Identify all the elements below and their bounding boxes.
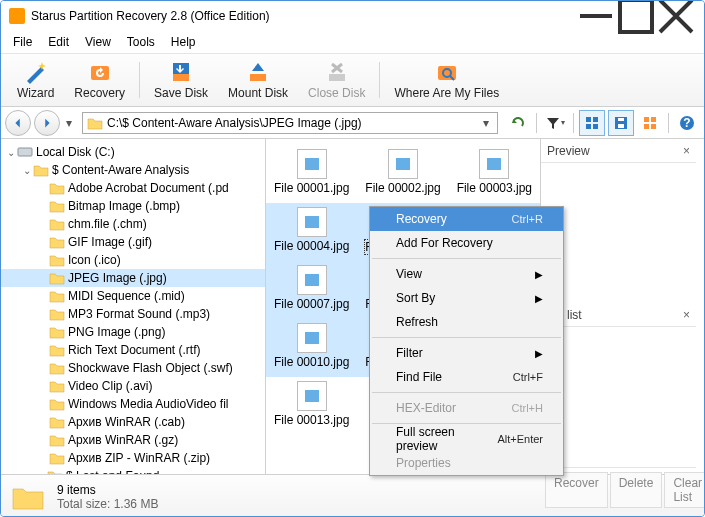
file-name: File 00010.jpg [274,355,349,369]
save-button[interactable] [608,110,634,136]
folder-icon [49,379,65,393]
folder-icon [49,397,65,411]
file-item[interactable]: File 00003.jpg [449,145,540,203]
file-item[interactable]: File 00013.jpg [266,377,357,435]
file-name: File 00001.jpg [274,181,349,195]
help-button[interactable]: ? [674,110,700,136]
delete-button[interactable]: Delete [610,472,663,508]
menu-tools[interactable]: Tools [119,33,163,51]
mount-disk-button[interactable]: Mount Disk [218,58,298,102]
folder-tree[interactable]: ⌄ Local Disk (C:) ⌄ $ Content-Aware Anal… [1,139,266,474]
close-button[interactable] [656,1,696,31]
tree-analysis[interactable]: ⌄ $ Content-Aware Analysis [1,161,265,179]
file-name: File 00003.jpg [457,181,532,195]
path-box[interactable]: C:\$ Content-Aware Analysis\JPEG Image (… [82,112,498,134]
tree-item[interactable]: Bitmap Image (.bmp) [1,197,265,215]
file-item[interactable]: File 00004.jpg [266,203,357,261]
tree-item[interactable]: Архив WinRAR (.cab) [1,413,265,431]
svg-rect-0 [620,0,652,32]
nav-history-dropdown[interactable]: ▾ [63,116,75,130]
recovery-list-header[interactable]: ery list × [541,303,696,327]
menu-edit[interactable]: Edit [40,33,77,51]
svg-rect-2 [173,74,189,81]
collapse-icon[interactable]: ⌄ [21,165,33,176]
tree-item[interactable]: Video Clip (.avi) [1,377,265,395]
preview-close-icon[interactable]: × [683,144,690,158]
svg-rect-17 [644,124,649,129]
tree-item[interactable]: JPEG Image (.jpg) [1,269,265,287]
menu-help[interactable]: Help [163,33,204,51]
tree-item[interactable]: Архив ZIP - WinRAR (.zip) [1,449,265,467]
ctx-view[interactable]: View ▶ [370,262,563,286]
recovery-icon [88,60,112,84]
tree-item[interactable]: MIDI Sequence (.mid) [1,287,265,305]
file-item[interactable]: File 00010.jpg [266,319,357,377]
folder-icon [11,483,45,511]
tree-item-label: Bitmap Image (.bmp) [68,199,180,213]
tree-item[interactable]: Rich Text Document (.rtf) [1,341,265,359]
ctx-filter[interactable]: Filter ▶ [370,341,563,365]
tree-item[interactable]: Adobe Acrobat Document (.pd [1,179,265,197]
ctx-add-recovery[interactable]: Add For Recovery [370,231,563,255]
preview-header[interactable]: Preview × [541,139,696,163]
ctx-recovery[interactable]: Recovery Ctrl+R [370,207,563,231]
tree-item[interactable]: PNG Image (.png) [1,323,265,341]
where-files-icon [435,60,459,84]
save-disk-icon [169,60,193,84]
minimize-button[interactable] [576,1,616,31]
tree-item[interactable]: Архив WinRAR (.gz) [1,431,265,449]
tree-item-label: PNG Image (.png) [68,325,165,339]
tree-item[interactable]: GIF Image (.gif) [1,233,265,251]
tree-item[interactable]: MP3 Format Sound (.mp3) [1,305,265,323]
clear-list-button[interactable]: Clear List [664,472,705,508]
ctx-properties: Properties [370,451,563,475]
filter-button[interactable]: ▾ [542,110,568,136]
expand-icon[interactable]: › [35,471,47,475]
tree-item[interactable]: chm.file (.chm) [1,215,265,233]
menu-view[interactable]: View [77,33,119,51]
folder-icon [49,433,65,447]
file-item[interactable]: File 00001.jpg [266,145,357,203]
maximize-button[interactable] [616,1,656,31]
ctx-sort-by[interactable]: Sort By ▶ [370,286,563,310]
ctx-find-file[interactable]: Find File Ctrl+F [370,365,563,389]
save-disk-button[interactable]: Save Disk [144,58,218,102]
collapse-icon[interactable]: ⌄ [5,147,17,158]
tree-item[interactable]: Windows Media AudioVideo fil [1,395,265,413]
tree-item[interactable]: ›$ Lost and Found [1,467,265,474]
menu-file[interactable]: File [5,33,40,51]
nav-back-button[interactable] [5,110,31,136]
tree-item-label: JPEG Image (.jpg) [68,271,167,285]
file-thumbnail [297,265,327,295]
ctx-fullscreen-preview[interactable]: Full screen preview Alt+Enter [370,427,563,451]
nav-forward-button[interactable] [34,110,60,136]
wizard-label: Wizard [17,86,54,100]
folder-icon [49,451,65,465]
tree-root[interactable]: ⌄ Local Disk (C:) [1,143,265,161]
toolbar-separator [379,62,380,98]
path-dropdown[interactable]: ▾ [479,116,493,130]
recovery-button[interactable]: Recovery [64,58,135,102]
tree-item-label: Архив WinRAR (.gz) [68,433,178,447]
svg-rect-14 [618,118,624,121]
folder-icon [49,325,65,339]
menu-separator [372,258,561,259]
ctx-refresh[interactable]: Refresh [370,310,563,334]
refresh-button[interactable] [505,110,531,136]
recovery-label: Recovery [74,86,125,100]
folder-icon [49,343,65,357]
svg-rect-10 [586,124,591,129]
file-item[interactable]: File 00002.jpg [357,145,448,203]
close-disk-icon [325,60,349,84]
where-files-button[interactable]: Where Are My Files [384,58,509,102]
tree-item[interactable]: Icon (.ico) [1,251,265,269]
tree-item[interactable]: Shockwave Flash Object (.swf) [1,359,265,377]
window-title: Starus Partition Recovery 2.8 (Office Ed… [31,9,576,23]
view-icons-button[interactable] [579,110,605,136]
wizard-button[interactable]: Wizard [7,58,64,102]
file-item[interactable]: File 00007.jpg [266,261,357,319]
options-button[interactable] [637,110,663,136]
recover-button[interactable]: Recover [545,472,608,508]
recovery-list-close-icon[interactable]: × [683,308,690,322]
tree-item-label: Video Clip (.avi) [68,379,152,393]
